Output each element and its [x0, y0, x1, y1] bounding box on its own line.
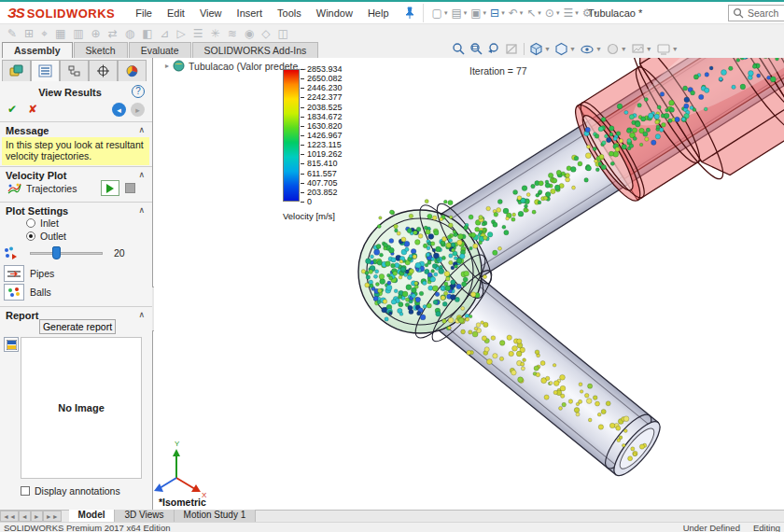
- plot-settings-section-header[interactable]: Plot Settings∧: [0, 202, 152, 217]
- tab-sketch[interactable]: Sketch: [74, 42, 128, 58]
- dropdown-caret-icon[interactable]: ▾: [575, 9, 579, 17]
- task-list-icon[interactable]: ☰: [563, 7, 573, 20]
- new-motion-study-icon[interactable]: ▷: [177, 27, 186, 40]
- stop-button[interactable]: [125, 183, 135, 193]
- instant-3d-icon[interactable]: ◇: [261, 27, 270, 40]
- assembly-features-icon[interactable]: ◧: [142, 27, 152, 40]
- back-button[interactable]: ◂: [112, 103, 126, 117]
- apply-scene-icon[interactable]: ▼: [631, 42, 652, 56]
- forward-button[interactable]: ▸: [131, 103, 145, 117]
- insert-components-icon[interactable]: ⊞: [24, 27, 34, 40]
- hide-show-items-icon[interactable]: ▼: [580, 42, 602, 56]
- preview-window-icon[interactable]: ▦: [55, 27, 65, 40]
- sheet-tab-bar: ◄◄ ◄ ► ►► Model 3D Views Motion Study 1: [0, 510, 784, 522]
- collapse-chevron-icon[interactable]: ∧: [138, 170, 145, 179]
- pipes-icon: [7, 268, 21, 279]
- menu-tools[interactable]: Tools: [270, 2, 309, 24]
- menu-window[interactable]: Window: [309, 2, 360, 24]
- view-orientation-icon[interactable]: ▼: [529, 42, 551, 56]
- tab-solidworks-add-ins[interactable]: SOLIDWORKS Add-Ins: [192, 42, 319, 58]
- zoom-to-area-icon[interactable]: [469, 42, 483, 56]
- property-manager-tab[interactable]: [31, 60, 60, 81]
- configuration-manager-tab[interactable]: [60, 60, 89, 81]
- new-icon[interactable]: ▢: [432, 7, 442, 20]
- legend-value: 815.410: [307, 159, 338, 168]
- undo-icon[interactable]: ↶: [509, 7, 518, 20]
- legend-value: 2446.230: [307, 83, 343, 92]
- collapse-chevron-icon[interactable]: ∧: [138, 125, 145, 134]
- menu-file[interactable]: File: [128, 2, 160, 24]
- edit-component-icon[interactable]: ✎: [7, 27, 17, 40]
- property-manager-panel: View Results ? ✔ ✘ ◂ ▸ Message∧ In this …: [0, 58, 153, 510]
- prev-sheet-icon[interactable]: ◄: [19, 511, 31, 522]
- menu-edit[interactable]: Edit: [160, 2, 192, 24]
- dropdown-caret-icon[interactable]: ▾: [556, 9, 560, 17]
- collapse-arrow-icon[interactable]: ▸: [165, 62, 169, 70]
- dropdown-caret-icon[interactable]: ▾: [464, 9, 468, 17]
- bill-of-materials-icon[interactable]: ☰: [193, 27, 203, 40]
- display-manager-tab[interactable]: [118, 60, 147, 81]
- menu-view[interactable]: View: [192, 2, 230, 24]
- select-icon[interactable]: ↖: [526, 7, 536, 20]
- dropdown-caret-icon[interactable]: ▾: [501, 9, 505, 17]
- mate-icon[interactable]: ⌖: [41, 27, 48, 40]
- generate-report-button[interactable]: Generate report: [39, 319, 116, 334]
- print-icon[interactable]: ⊟: [490, 7, 499, 20]
- section-view-icon[interactable]: [505, 42, 519, 56]
- pipes-button[interactable]: [4, 265, 24, 282]
- dropdown-caret-icon[interactable]: ▾: [483, 9, 487, 17]
- tab-3d-views[interactable]: 3D Views: [115, 510, 174, 522]
- graphics-viewport[interactable]: Y X Z ▸ Tubulacao (Valor predete... Iter…: [154, 58, 784, 510]
- velocity-plot-section-header[interactable]: Velocity Plot∧: [0, 166, 152, 181]
- take-snapshot-icon[interactable]: ◫: [277, 27, 287, 40]
- linear-component-pattern-icon[interactable]: ▥: [73, 27, 83, 40]
- next-sheet-icon[interactable]: ►: [31, 511, 43, 522]
- tab-assembly[interactable]: Assembly: [2, 42, 73, 58]
- display-annotations-checkbox[interactable]: [21, 486, 30, 496]
- tab-motion-study-1[interactable]: Motion Study 1: [175, 510, 257, 522]
- display-style-icon[interactable]: ▼: [554, 42, 576, 56]
- slider-track[interactable]: [30, 252, 103, 255]
- explode-line-sketch-icon[interactable]: ≋: [228, 27, 237, 40]
- feature-manager-tree-tab[interactable]: [2, 60, 31, 81]
- capture-image-button[interactable]: [4, 337, 19, 352]
- reference-geometry-icon[interactable]: ⊿: [161, 27, 170, 40]
- edit-appearance-icon[interactable]: ▼: [606, 42, 627, 56]
- interference-detection-icon[interactable]: ◉: [245, 27, 254, 40]
- show-hidden-components-icon[interactable]: ◍: [125, 27, 134, 40]
- collapse-chevron-icon[interactable]: ∧: [138, 310, 145, 319]
- collapse-chevron-icon[interactable]: ∧: [138, 205, 145, 215]
- outlet-radio[interactable]: [26, 231, 35, 241]
- save-icon[interactable]: ▣: [470, 7, 481, 20]
- attachments-icon[interactable]: ⊙: [545, 7, 554, 20]
- dropdown-caret-icon[interactable]: ▾: [538, 9, 541, 17]
- menu-insert[interactable]: Insert: [230, 2, 271, 24]
- move-component-icon[interactable]: ⇄: [108, 27, 118, 40]
- last-sheet-icon[interactable]: ►►: [43, 511, 62, 522]
- smart-fasteners-icon[interactable]: ⊕: [91, 27, 101, 40]
- slider-thumb[interactable]: [52, 246, 61, 259]
- legend-value: 1630.820: [307, 121, 343, 131]
- dropdown-caret-icon[interactable]: ▾: [520, 9, 524, 17]
- previous-view-icon[interactable]: [487, 42, 501, 56]
- menu-help[interactable]: Help: [360, 2, 397, 24]
- ok-button[interactable]: ✔: [7, 103, 17, 116]
- search-input[interactable]: Search: [728, 5, 784, 21]
- zoom-to-fit-icon[interactable]: [452, 42, 466, 56]
- inlet-radio[interactable]: [26, 218, 35, 228]
- balls-button[interactable]: [4, 284, 24, 301]
- help-icon[interactable]: ?: [132, 85, 145, 98]
- tab-evaluate[interactable]: Evaluate: [129, 42, 191, 58]
- view-settings-icon[interactable]: ▼: [656, 42, 679, 56]
- pin-menu-icon[interactable]: [404, 7, 415, 20]
- dimxpert-manager-tab[interactable]: [89, 60, 118, 81]
- first-sheet-icon[interactable]: ◄◄: [0, 511, 19, 522]
- open-icon[interactable]: ▤: [451, 7, 461, 20]
- play-button[interactable]: [101, 180, 119, 196]
- cancel-button[interactable]: ✘: [28, 103, 37, 116]
- tab-model[interactable]: Model: [69, 510, 116, 522]
- dropdown-caret-icon[interactable]: ▾: [444, 9, 448, 17]
- message-section-header[interactable]: Message∧: [0, 121, 152, 136]
- 3d-scene[interactable]: Y X Z: [154, 58, 784, 510]
- exploded-view-icon[interactable]: ✳: [211, 27, 220, 40]
